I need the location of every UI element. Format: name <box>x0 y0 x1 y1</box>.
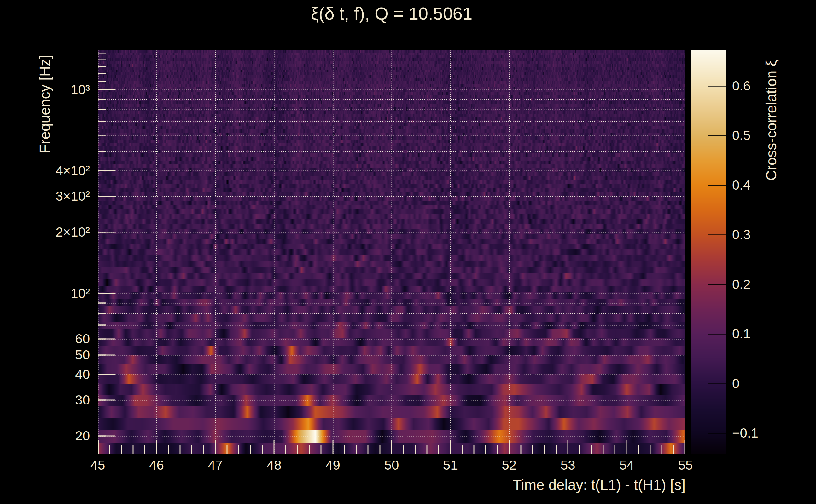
colorbar-tick-label: 0.2 <box>732 277 750 292</box>
x-tick-label: 45 <box>90 458 105 473</box>
colorbar-title: Cross-correlation ξ <box>763 60 780 181</box>
colorbar-tick-label: 0.5 <box>732 128 750 143</box>
colorbar-tick-label: 0.3 <box>732 227 750 242</box>
x-tick-label: 50 <box>384 458 399 473</box>
x-tick-label: 55 <box>678 458 693 473</box>
x-tick-label: 49 <box>325 458 340 473</box>
y-tick-label: 4×10² <box>2 163 90 178</box>
y-tick-label: 60 <box>2 331 90 347</box>
colorbar-tick-label: 0.6 <box>732 78 750 94</box>
y-tick-label: 10² <box>2 286 90 301</box>
colorbar-tick-label: 0.1 <box>732 326 750 341</box>
colorbar-tick-label: 0 <box>732 376 739 391</box>
y-tick-label: 10³ <box>2 82 90 97</box>
y-tick-label: 30 <box>2 392 90 408</box>
y-tick-label: 20 <box>2 428 90 444</box>
heatmap-canvas <box>98 50 686 454</box>
plot-title: ξ(δ t, f), Q = 10.5061 <box>0 3 783 24</box>
qscan-cross-correlation-window: ξ(δ t, f), Q = 10.5061 Frequency [Hz] Ti… <box>0 0 816 504</box>
y-tick-label: 40 <box>2 367 90 382</box>
x-tick-label: 51 <box>443 458 458 473</box>
colorbar-tick-label: 0.4 <box>732 178 750 193</box>
y-tick-label: 3×10² <box>2 189 90 204</box>
y-tick-label: 50 <box>2 347 90 363</box>
x-tick-label: 48 <box>267 458 282 473</box>
x-tick-label: 47 <box>208 458 223 473</box>
x-tick-label: 46 <box>149 458 164 473</box>
x-tick-label: 54 <box>619 458 634 473</box>
y-tick-label: 2×10² <box>2 225 90 240</box>
x-axis-title: Time delay: t(L1) - t(H1) [s] <box>513 476 686 493</box>
colorbar-tick-label: −0.1 <box>732 426 758 441</box>
x-tick-label: 52 <box>502 458 516 473</box>
y-axis-title: Frequency [Hz] <box>36 55 53 153</box>
x-tick-label: 53 <box>560 458 575 473</box>
colorbar <box>691 50 726 454</box>
